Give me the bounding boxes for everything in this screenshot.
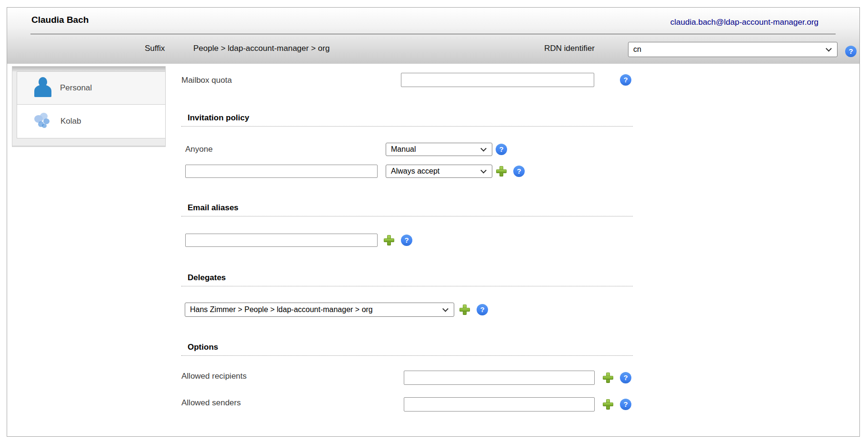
tab-kolab-label: Kolab [60,117,81,126]
account-email-link[interactable]: claudia.bach@ldap-account-manager.org [670,18,818,27]
delegate-select[interactable]: Hans Zimmer > People > ldap-account-mana… [185,303,454,317]
allowed-senders-label: Allowed senders [181,398,241,408]
module-tab-list: Personal Kolab [12,66,166,147]
tab-personal-label: Personal [60,83,92,93]
new-invitation-policy-input[interactable] [185,165,378,178]
suffix-label: Suffix [145,44,165,53]
allowed-senders-help-icon[interactable]: ? [620,399,631,410]
invitation-policy-select[interactable]: Manual [386,143,492,156]
email-alias-help-icon[interactable]: ? [401,235,412,246]
section-title-options: Options [181,343,633,356]
invitation-policy-selected-value: Manual [391,145,416,154]
section-title-email-aliases: Email aliases [181,203,633,216]
allowed-recipients-help-icon[interactable]: ? [620,372,631,383]
allowed-recipients-label: Allowed recipients [181,372,247,381]
mailbox-quota-help-icon[interactable]: ? [620,74,631,86]
chevron-down-icon [480,146,487,152]
title-bar: Claudia Bach claudia.bach@ldap-account-m… [7,8,859,64]
page-title: Claudia Bach [31,15,89,25]
tab-personal[interactable]: Personal [17,71,166,105]
tab-kolab[interactable]: Kolab [17,105,166,138]
email-alias-input[interactable] [185,234,378,247]
add-email-alias-icon[interactable] [384,235,394,245]
anyone-label: Anyone [185,145,213,154]
mailbox-quota-label: Mailbox quota [181,76,232,85]
chevron-down-icon [442,306,449,312]
invitation-policy-help-icon[interactable]: ? [496,144,507,155]
new-invitation-policy-select[interactable]: Always accept [386,165,492,178]
rdn-identifier-label: RDN identifier [544,44,595,53]
rdn-identifier-select[interactable]: cn [628,42,838,57]
add-allowed-sender-icon[interactable] [603,399,613,410]
allowed-recipients-input[interactable] [404,371,595,385]
rdn-help-icon[interactable]: ? [845,46,857,57]
section-title-delegates: Delegates [181,273,633,286]
new-invitation-policy-help-icon[interactable]: ? [513,166,525,177]
new-invitation-policy-selected-value: Always accept [391,167,439,176]
suffix-value: People > ldap-account-manager > org [193,44,329,53]
delegate-selected-value: Hans Zimmer > People > ldap-account-mana… [190,305,373,314]
add-allowed-recipient-icon[interactable] [603,372,613,383]
kolab-icon [34,112,52,130]
chevron-down-icon [826,46,832,52]
title-divider [30,34,836,34]
rdn-identifier-selected-value: cn [633,45,641,54]
mailbox-quota-input[interactable] [401,73,594,87]
chevron-down-icon [480,167,487,174]
allowed-senders-input[interactable] [404,397,595,412]
section-title-invitation-policy: Invitation policy [181,113,633,127]
account-edit-panel: Claudia Bach claudia.bach@ldap-account-m… [7,7,860,437]
person-icon [34,77,51,99]
add-invitation-policy-icon[interactable] [496,166,507,176]
delegates-help-icon[interactable]: ? [477,304,488,315]
add-delegate-icon[interactable] [459,304,470,315]
